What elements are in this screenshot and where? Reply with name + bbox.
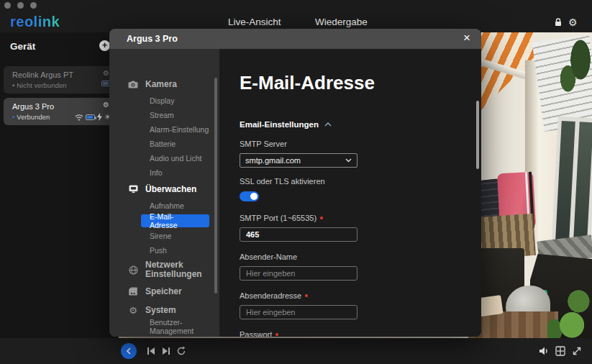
ssl-label: SSL oder TLS aktivieren	[240, 177, 481, 186]
smtp-server-group: SMTP Server smtp.gmail.com	[240, 140, 481, 168]
device-card-argus-3-pro[interactable]: Argus 3 Pro •Verbunden ⚙ ☀	[4, 98, 115, 125]
nav-item-aufnahme[interactable]: Aufnahme	[109, 199, 219, 213]
globe-icon	[128, 265, 138, 275]
fullscreen-icon[interactable]	[571, 345, 583, 357]
chevron-down-icon	[345, 158, 352, 163]
sender-address-input[interactable]	[240, 305, 358, 319]
chevron-up-icon	[324, 122, 332, 127]
chevron-left-icon	[126, 347, 132, 355]
photo-leaves-top	[559, 38, 592, 92]
settings-nav: Kamera Display Stream Alarm-Einstellung …	[109, 49, 219, 337]
smtp-port-label: SMTP Port (1~65535)	[240, 214, 481, 222]
device-name: Argus 3 Pro	[12, 102, 54, 111]
window-minimize-button[interactable]	[17, 2, 24, 9]
player-bar	[0, 338, 592, 364]
sender-name-label: Absender-Name	[240, 252, 481, 261]
wifi-icon	[75, 114, 83, 121]
volume-icon[interactable]	[538, 345, 550, 357]
dialog-title: Argus 3 Pro	[127, 34, 178, 44]
nav-section-system[interactable]: ⚙ System	[109, 301, 219, 319]
nav-item-info[interactable]: Info	[109, 165, 219, 180]
nav-section-netzwerk[interactable]: Netzwerk Einstellungen	[109, 258, 219, 282]
nav-section-label: System	[145, 306, 211, 315]
device-settings-icon[interactable]: ⚙	[103, 101, 109, 109]
photo-plants-bottom	[547, 286, 592, 338]
email-settings-panel: E-Mail-Adresse Email-Einstellungen SMTP …	[219, 49, 481, 337]
collapse-sidebar-button[interactable]	[121, 343, 137, 359]
close-icon[interactable]: ×	[463, 31, 470, 45]
device-status: •Verbunden	[12, 113, 50, 121]
charging-icon	[97, 113, 102, 121]
nav-item-sirene[interactable]: Sirene	[109, 229, 219, 243]
nav-item-audio-und-licht[interactable]: Audio und Licht	[109, 151, 219, 165]
gear-icon: ⚙	[128, 305, 138, 315]
status-dot: •	[12, 81, 14, 89]
battery-icon	[86, 114, 95, 120]
smtp-port-input[interactable]	[240, 227, 358, 242]
device-status-icons: ☀	[75, 113, 111, 121]
tab-live-view[interactable]: Live-Ansicht	[228, 17, 281, 27]
skip-previous-icon[interactable]	[146, 346, 156, 356]
email-settings-section-header[interactable]: Email-Einstellungen	[240, 120, 481, 129]
skip-next-icon[interactable]	[161, 346, 171, 356]
smtp-server-select[interactable]: smtp.gmail.com	[240, 153, 358, 168]
nav-section-label: Speicher	[145, 287, 211, 296]
nav-section-ueberwachen[interactable]: Überwachen	[109, 180, 219, 199]
monitor-icon	[128, 184, 138, 194]
page-title: E-Mail-Adresse	[240, 72, 481, 94]
nav-item-push[interactable]: Push	[109, 243, 219, 258]
device-name: Reolink Argus PT	[12, 70, 73, 79]
nav-section-label: Netzwerk Einstellungen	[145, 260, 211, 279]
lock-icon[interactable]	[553, 17, 563, 27]
smtp-server-value: smtp.gmail.com	[245, 156, 301, 165]
device-card-argus-pt[interactable]: Reolink Argus PT •Nicht verbunden ⚙	[4, 66, 115, 94]
nav-scrollbar[interactable]	[214, 78, 217, 294]
nav-selected-pill: E-Mail-Adresse	[141, 214, 209, 227]
camera-icon	[128, 79, 138, 89]
sender-name-input[interactable]	[240, 266, 358, 281]
toggle-knob	[250, 193, 258, 200]
add-device-button[interactable]: +	[99, 40, 110, 51]
nav-section-label: Überwachen	[145, 185, 211, 194]
ssl-toggle[interactable]	[240, 191, 259, 201]
grid-view-icon[interactable]	[555, 345, 566, 357]
required-marker	[320, 217, 323, 219]
sender-address-label: Absenderadresse	[240, 291, 481, 300]
top-bar: reolink Live-Ansicht Wiedergabe ⚙	[0, 0, 592, 32]
device-status: •Nicht verbunden	[12, 81, 67, 89]
required-marker	[305, 294, 308, 297]
password-label: Passwort	[240, 330, 481, 337]
device-list-title: Gerät	[10, 41, 35, 52]
nav-item-stream[interactable]: Stream	[109, 108, 219, 122]
required-marker	[275, 333, 278, 336]
device-settings-icon[interactable]: ⚙	[103, 69, 109, 77]
nav-item-benutzer-management[interactable]: Benutzer-Management	[109, 319, 219, 334]
window-close-button[interactable]	[4, 2, 11, 9]
nav-section-kamera[interactable]: Kamera	[109, 75, 219, 94]
nav-item-email-adresse[interactable]: E-Mail-Adresse	[141, 214, 209, 228]
sender-name-group: Absender-Name	[240, 252, 481, 281]
section-title: Email-Einstellungen	[240, 120, 319, 129]
smtp-server-label: SMTP Server	[240, 140, 481, 148]
nav-item-display[interactable]: Display	[109, 94, 219, 108]
sidebar-header: Gerät +	[0, 32, 119, 61]
content-scrollbar[interactable]	[476, 101, 479, 169]
window-zoom-button[interactable]	[30, 2, 37, 9]
password-group: Passwort	[240, 330, 481, 337]
nav-item-batterie[interactable]: Batterie	[109, 137, 219, 151]
smtp-port-group: SMTP Port (1~65535)	[240, 214, 481, 242]
storage-icon	[128, 286, 138, 296]
refresh-icon[interactable]	[176, 346, 186, 356]
sender-address-group: Absenderadresse	[240, 291, 481, 319]
status-dot: •	[12, 113, 14, 121]
tab-playback[interactable]: Wiedergabe	[315, 17, 368, 27]
nav-item-alarm-einstellung[interactable]: Alarm-Einstellung	[109, 122, 219, 137]
settings-icon[interactable]: ⚙	[568, 17, 578, 27]
ssl-group: SSL oder TLS aktivieren	[240, 177, 481, 201]
reolink-logo: reolink	[10, 14, 60, 30]
device-settings-dialog: Argus 3 Pro × Kamera Display Stream Alar…	[109, 29, 481, 337]
nav-section-label: Kamera	[145, 80, 211, 89]
dialog-titlebar[interactable]: Argus 3 Pro ×	[109, 29, 481, 49]
device-sidebar: Gerät + Reolink Argus PT •Nicht verbunde…	[0, 32, 119, 338]
nav-section-speicher[interactable]: Speicher	[109, 282, 219, 301]
